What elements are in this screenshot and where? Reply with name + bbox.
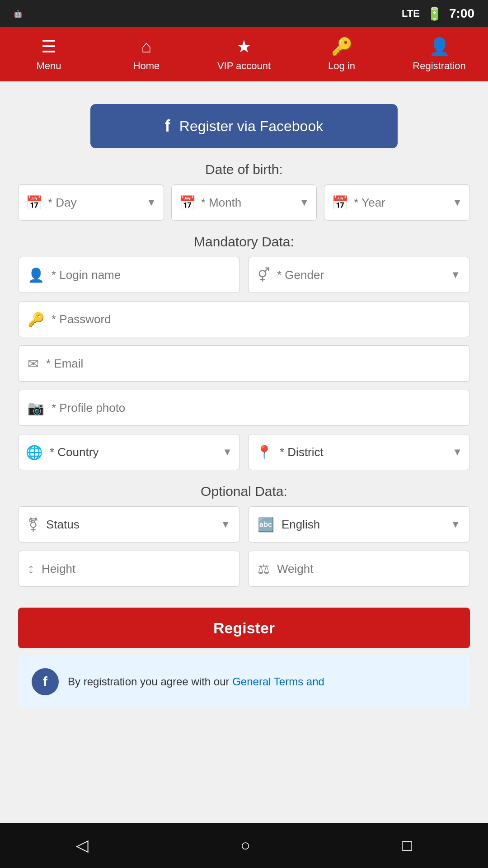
facebook-icon: f [165, 117, 170, 136]
calendar-icon-day: 📅 [26, 195, 42, 211]
language-icon: 🔤 [258, 517, 274, 533]
password-input[interactable] [52, 312, 460, 326]
nav-vip[interactable]: ★ VIP account [195, 37, 293, 72]
profile-photo-field-container[interactable]: 📷 [18, 390, 470, 426]
person-icon: 👤 [28, 267, 44, 283]
year-dropdown-arrow: ▼ [452, 197, 462, 208]
android-icon: 🤖 [14, 9, 23, 18]
month-select-container: 📅 * Month ▼ [171, 184, 317, 221]
weight-input[interactable] [277, 562, 460, 576]
status-bar: 🤖 LTE 🔋 7:00 [0, 0, 488, 27]
height-field-container: ↕ [18, 551, 240, 587]
country-dropdown-arrow: ▼ [222, 446, 232, 458]
weight-icon: ⚖ [258, 561, 270, 577]
mandatory-label: Mandatory Data: [18, 234, 470, 250]
profile-photo-input[interactable] [52, 401, 460, 415]
general-terms-link[interactable]: General Terms and [232, 675, 324, 688]
country-select[interactable]: * Country USA UK Germany France Other [50, 445, 222, 459]
terms-bar: f By registration you agree with our Gen… [18, 656, 470, 708]
nav-home-label: Home [133, 60, 160, 72]
weight-field-container: ⚖ [248, 551, 470, 587]
nav-registration[interactable]: 👤 Registration [390, 37, 488, 72]
globe-icon: 🌐 [26, 444, 42, 460]
language-dropdown-arrow: ▼ [450, 519, 460, 530]
dob-label: Date of birth: [18, 162, 470, 177]
navbar: ☰ Menu ⌂ Home ★ VIP account 🔑 Log in 👤 R… [0, 27, 488, 81]
password-icon: 🔑 [28, 311, 44, 327]
battery-icon: 🔋 [427, 6, 442, 21]
district-select[interactable]: * District Option 1 Option 2 Option 3 [280, 445, 452, 459]
lte-icon: LTE [402, 8, 420, 19]
time-display: 7:00 [449, 6, 474, 21]
back-button[interactable]: ◁ [76, 836, 89, 855]
height-icon: ↕ [28, 561, 34, 576]
menu-icon: ☰ [41, 37, 56, 57]
month-select[interactable]: * Month [201, 196, 300, 209]
status-select[interactable]: Status Single In a relationship Married [46, 518, 221, 531]
language-select-container: 🔤 English German French Spanish ▼ [248, 506, 470, 542]
status-select-container: ⚧ Status Single In a relationship Marrie… [18, 506, 240, 542]
nav-home[interactable]: ⌂ Home [98, 37, 195, 72]
location-icon: 📍 [256, 444, 272, 460]
key-icon: 🔑 [331, 37, 352, 57]
status-bar-right: LTE 🔋 7:00 [402, 6, 474, 21]
terms-fb-icon: f [32, 668, 59, 695]
recent-button[interactable]: □ [402, 836, 412, 855]
nav-menu[interactable]: ☰ Menu [0, 37, 98, 72]
gender-field-container: ⚥ * Gender Male Female Other ▼ [248, 257, 470, 293]
gender-icon: ⚥ [258, 267, 270, 283]
gender-dropdown-arrow: ▼ [450, 269, 460, 281]
android-navbar: ◁ ○ □ [0, 823, 488, 868]
home-icon: ⌂ [141, 37, 152, 57]
nav-login[interactable]: 🔑 Log in [293, 37, 390, 72]
status-english-row: ⚧ Status Single In a relationship Marrie… [18, 506, 470, 542]
email-icon: ✉ [28, 356, 39, 372]
login-gender-row: 👤 ⚥ * Gender Male Female Other ▼ [18, 257, 470, 293]
login-name-input[interactable] [52, 268, 230, 282]
home-button[interactable]: ○ [240, 836, 250, 855]
login-field-container: 👤 [18, 257, 240, 293]
day-select[interactable]: * Day [48, 196, 146, 209]
facebook-btn-label: Register via Facebook [179, 118, 323, 135]
month-dropdown-arrow: ▼ [300, 197, 310, 208]
calendar-icon-month: 📅 [179, 195, 196, 211]
star-icon: ★ [236, 37, 252, 57]
email-input[interactable] [46, 357, 460, 371]
person-add-icon: 👤 [429, 37, 450, 57]
dob-row: 📅 * Day ▼ 📅 * Month ▼ 📅 * Year ▼ [18, 184, 470, 221]
terms-text: By registration you agree with our Gener… [68, 674, 324, 689]
status-icon: ⚧ [28, 517, 39, 533]
nav-menu-label: Menu [36, 60, 61, 72]
height-weight-row: ↕ ⚖ [18, 551, 470, 587]
gender-select[interactable]: * Gender Male Female Other [277, 268, 450, 282]
year-select[interactable]: * Year [354, 196, 452, 209]
district-select-container: 📍 * District Option 1 Option 2 Option 3 … [248, 434, 470, 470]
language-select[interactable]: English German French Spanish [282, 518, 450, 531]
main-content: f Register via Facebook Date of birth: 📅… [0, 81, 488, 722]
year-select-container: 📅 * Year ▼ [324, 184, 470, 221]
country-select-container: 🌐 * Country USA UK Germany France Other … [18, 434, 240, 470]
nav-registration-label: Registration [413, 60, 465, 72]
district-dropdown-arrow: ▼ [452, 446, 462, 458]
camera-icon: 📷 [28, 400, 44, 416]
email-field-container: ✉ [18, 345, 470, 382]
day-dropdown-arrow: ▼ [146, 197, 156, 208]
facebook-register-button[interactable]: f Register via Facebook [90, 104, 398, 148]
status-dropdown-arrow: ▼ [221, 519, 230, 530]
optional-label: Optional Data: [18, 484, 470, 499]
calendar-icon-year: 📅 [332, 195, 348, 211]
country-district-row: 🌐 * Country USA UK Germany France Other … [18, 434, 470, 470]
password-field-container: 🔑 [18, 301, 470, 337]
status-bar-left: 🤖 [14, 9, 23, 18]
nav-vip-label: VIP account [217, 60, 271, 72]
nav-login-label: Log in [328, 60, 355, 72]
height-input[interactable] [42, 562, 230, 576]
register-button[interactable]: Register [18, 608, 470, 648]
day-select-container: 📅 * Day ▼ [18, 184, 164, 221]
